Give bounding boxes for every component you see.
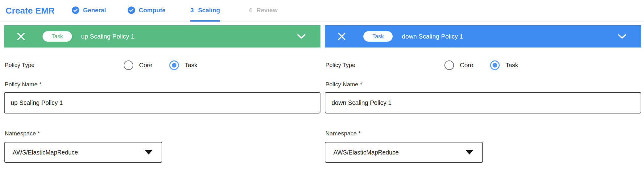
policy-name-input[interactable] bbox=[4, 92, 320, 113]
radio-task-label: Task bbox=[506, 62, 518, 69]
policy-bar-title: up Scaling Policy 1 bbox=[81, 33, 134, 40]
create-emr-page: Create EMR General Compute 3 Scaling 4 R… bbox=[0, 0, 644, 169]
wizard-header: Create EMR General Compute 3 Scaling 4 R… bbox=[0, 0, 644, 22]
chevron-down-icon[interactable] bbox=[297, 34, 306, 39]
policy-name-input[interactable] bbox=[325, 92, 641, 113]
policy-type-row: Policy Type Core Task bbox=[325, 60, 641, 70]
namespace-select[interactable]: AWS/ElasticMapReduce bbox=[4, 142, 162, 163]
namespace-label: Namespace * bbox=[5, 130, 40, 137]
dropdown-caret-icon bbox=[145, 150, 152, 155]
tab-review[interactable]: 4 Review bbox=[249, 0, 278, 22]
close-icon[interactable] bbox=[16, 32, 26, 41]
radio-core[interactable] bbox=[444, 60, 454, 70]
radio-task-label: Task bbox=[185, 62, 197, 69]
dropdown-caret-icon bbox=[466, 150, 473, 155]
tab-label: Compute bbox=[139, 7, 166, 14]
check-circle-icon bbox=[128, 6, 135, 14]
scale-down-policy-panel: Task down Scaling Policy 1 Policy Type C… bbox=[325, 25, 641, 167]
tab-scaling[interactable]: 3 Scaling bbox=[190, 0, 220, 22]
policy-type-badge: Task bbox=[363, 31, 393, 42]
page-title: Create EMR bbox=[6, 0, 55, 22]
radio-option-core[interactable]: Core bbox=[124, 60, 152, 70]
policy-type-label: Policy Type bbox=[325, 62, 355, 68]
policy-name-label: Policy Name * bbox=[5, 81, 41, 88]
namespace-select[interactable]: AWS/ElasticMapReduce bbox=[325, 142, 483, 163]
tab-label: General bbox=[83, 7, 106, 14]
namespace-selected-value: AWS/ElasticMapReduce bbox=[13, 149, 78, 156]
radio-task[interactable] bbox=[490, 60, 500, 70]
radio-task[interactable] bbox=[169, 60, 179, 70]
radio-core[interactable] bbox=[124, 60, 133, 70]
policy-name-label: Policy Name * bbox=[325, 81, 362, 88]
radio-option-task[interactable]: Task bbox=[169, 60, 197, 70]
chevron-down-icon[interactable] bbox=[618, 34, 626, 39]
tab-compute[interactable]: Compute bbox=[128, 0, 166, 22]
policy-bar-title: down Scaling Policy 1 bbox=[402, 33, 463, 40]
tab-step-number: 3 bbox=[190, 7, 194, 14]
tab-label: Review bbox=[256, 7, 278, 14]
check-circle-icon bbox=[72, 6, 79, 14]
tab-general[interactable]: General bbox=[72, 0, 106, 22]
policy-type-badge: Task bbox=[43, 31, 72, 42]
radio-core-label: Core bbox=[460, 62, 473, 69]
policy-type-row: Policy Type Core Task bbox=[4, 60, 320, 70]
radio-option-core[interactable]: Core bbox=[444, 60, 473, 70]
radio-option-task[interactable]: Task bbox=[490, 60, 518, 70]
scale-up-policy-panel: Task up Scaling Policy 1 Policy Type Cor… bbox=[4, 25, 320, 167]
namespace-selected-value: AWS/ElasticMapReduce bbox=[333, 149, 399, 156]
scale-up-policy-header-bar[interactable]: Task up Scaling Policy 1 bbox=[4, 25, 320, 47]
tab-label: Scaling bbox=[198, 7, 220, 14]
close-icon[interactable] bbox=[337, 32, 346, 41]
radio-core-label: Core bbox=[139, 62, 152, 69]
scale-down-policy-header-bar[interactable]: Task down Scaling Policy 1 bbox=[325, 25, 641, 47]
policy-type-label: Policy Type bbox=[5, 62, 35, 68]
namespace-label: Namespace * bbox=[325, 130, 361, 137]
tab-step-number: 4 bbox=[249, 7, 252, 14]
